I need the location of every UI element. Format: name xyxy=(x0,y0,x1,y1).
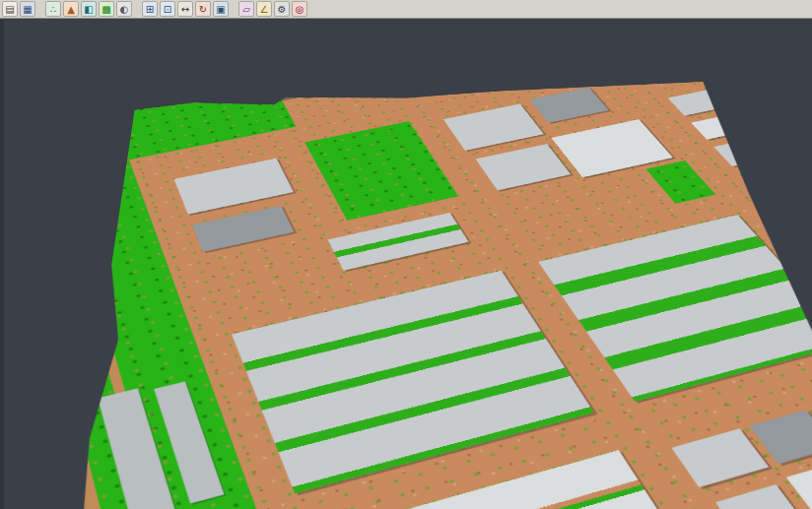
building-slab-roof xyxy=(777,176,812,235)
vegetation-patch xyxy=(646,160,716,204)
toolbar: ▤▦∴▲◧▩◐⊞⊡↔↻▣▱∠⚙◎ xyxy=(0,0,812,19)
vegetation-area-top xyxy=(100,82,296,159)
ground-surface xyxy=(55,82,812,509)
terrain-pointcloud xyxy=(55,82,812,509)
building-roof xyxy=(530,88,609,123)
toolbar-icons: ▤▦∴▲◧▩◐⊞⊡↔↻▣▱∠⚙◎ xyxy=(2,1,307,17)
building-roof-brown xyxy=(298,82,337,98)
pan-icon[interactable]: ↔ xyxy=(177,1,193,17)
building-slab-roof xyxy=(668,82,812,116)
building-roof xyxy=(192,206,294,252)
profile-icon[interactable]: ▱ xyxy=(238,1,254,17)
orbit-icon[interactable]: ↻ xyxy=(195,1,211,17)
building-roof xyxy=(283,82,356,92)
classification-colors-icon[interactable]: ▩ xyxy=(99,1,114,17)
rgb-colors-icon[interactable]: ◧ xyxy=(81,1,97,17)
building-roof xyxy=(476,144,572,190)
application-window: ▤▦∴▲◧▩◐⊞⊡↔↻▣▱∠⚙◎ xyxy=(0,0,812,509)
building-roof xyxy=(671,429,769,488)
zoom-window-icon[interactable]: ⊡ xyxy=(160,1,175,17)
building-roof-brown xyxy=(260,87,297,102)
elevation-colors-icon[interactable]: ▲ xyxy=(63,1,79,17)
warehouse-rows xyxy=(232,271,594,494)
settings-icon[interactable]: ⚙ xyxy=(274,1,290,17)
vegetation-patch xyxy=(739,146,812,205)
warehouse-rows xyxy=(538,215,812,402)
save-file-icon[interactable]: ▦ xyxy=(20,1,35,17)
scene xyxy=(4,20,812,509)
3d-viewport[interactable] xyxy=(0,20,812,509)
building-slab-roof xyxy=(804,206,812,265)
zoom-extents-icon[interactable]: ⊞ xyxy=(142,1,158,17)
snapshot-icon[interactable]: ◎ xyxy=(292,1,307,17)
point-cloud-icon[interactable]: ∴ xyxy=(45,1,61,17)
building-roof xyxy=(786,455,812,509)
intensity-colors-icon[interactable]: ◐ xyxy=(116,1,132,17)
top-view-icon[interactable]: ▣ xyxy=(213,1,229,17)
building-roof xyxy=(443,104,544,152)
building-roof-ridge xyxy=(328,213,469,271)
open-file-icon[interactable]: ▤ xyxy=(2,1,18,17)
building-slab-roof xyxy=(713,113,812,166)
measure-icon[interactable]: ∠ xyxy=(256,1,272,17)
vegetation-patch xyxy=(304,121,458,221)
